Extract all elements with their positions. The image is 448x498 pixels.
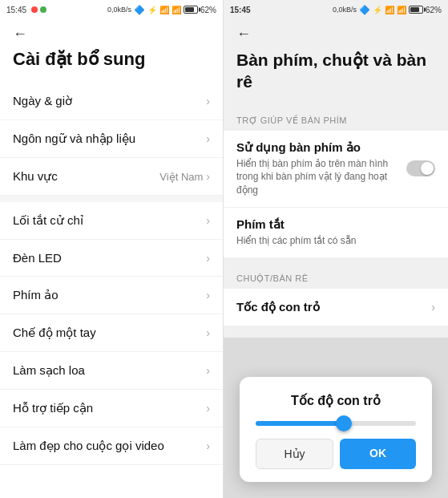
chevron-right-icon: › — [206, 439, 210, 452]
chevron-right-icon: › — [206, 402, 210, 415]
menu-item-9[interactable]: Làm đẹp cho cuộc gọi video › — [0, 427, 223, 465]
toggle-knob — [421, 162, 434, 175]
menu-item-5[interactable]: Phím ảo › — [0, 277, 223, 314]
chevron-right-icon: › — [206, 326, 210, 339]
chevron-right-icon: › — [431, 301, 435, 314]
chevron-right-icon: › — [206, 252, 210, 265]
menu-divider — [0, 196, 223, 202]
mouse-section-block: CHUỘT/BÀN RÊ Tốc độ con trỏ › — [224, 264, 448, 326]
menu-item-2[interactable]: Khu vực Việt Nam › — [0, 158, 223, 196]
cursor-speed-item[interactable]: Tốc độ con trỏ › — [224, 289, 448, 326]
menu-item-4[interactable]: Đèn LED › — [0, 240, 223, 277]
left-menu-list: Ngày & giờ › Ngôn ngữ và nhập liệu › Khu… — [0, 83, 223, 498]
right-status-time: 15:45 — [230, 6, 251, 14]
chevron-right-icon: › — [206, 289, 210, 302]
chevron-right-icon: › — [206, 95, 210, 107]
menu-item-7[interactable]: Làm sạch loa › — [0, 352, 223, 390]
left-panel: 15:45 0,0kB/s 🔷 ⚡ 📶 📶 62% ← Cài đặt bổ s… — [0, 0, 224, 498]
menu-item-8[interactable]: Hỗ trợ tiếp cận › — [0, 390, 223, 427]
right-battery-icon — [409, 6, 423, 14]
dialog-title: Tốc độ con trỏ — [256, 393, 416, 408]
keyboard-item-0[interactable]: Sử dụng bàn phím ảo Hiển thị bàn phím ảo… — [224, 131, 448, 207]
right-back-bar: ← — [224, 19, 448, 46]
right-panel: 15:45 0,0kB/s 🔷 ⚡ 📶 📶 62% ← Bàn phím, ch… — [224, 0, 448, 498]
left-back-bar: ← — [0, 19, 223, 46]
left-back-button[interactable]: ← — [13, 26, 27, 42]
keyboard-section-block: TRỢ GIÚP VỀ BÀN PHÍM Sử dụng bàn phím ảo… — [224, 106, 448, 257]
dialog-buttons: Hủy OK — [256, 439, 416, 469]
notification-dot2 — [40, 6, 46, 13]
slider-track — [256, 421, 416, 426]
dialog-overlay: Tốc độ con trỏ Hủy OK — [224, 338, 448, 498]
left-battery-icon — [184, 6, 198, 14]
chevron-right-icon: › — [206, 170, 210, 183]
slider-fill — [256, 421, 344, 426]
menu-item-0[interactable]: Ngày & giờ › — [0, 83, 223, 120]
virtual-keyboard-toggle[interactable] — [406, 160, 435, 176]
cursor-speed-dialog: Tốc độ con trỏ Hủy OK — [240, 377, 432, 482]
left-status-right: 0,0kB/s 🔷 ⚡ 📶 📶 62% — [107, 5, 216, 15]
notification-dot — [31, 6, 38, 13]
right-status-right: 0,0kB/s 🔷 ⚡ 📶 📶 62% — [333, 5, 442, 15]
left-status-bar: 15:45 0,0kB/s 🔷 ⚡ 📶 📶 62% — [0, 0, 223, 19]
menu-item-3[interactable]: Lối tắt cử chỉ › — [0, 202, 223, 240]
ok-button[interactable]: OK — [340, 439, 416, 469]
right-page-title: Bàn phím, chuột và bàn rê — [224, 46, 448, 106]
chevron-right-icon: › — [206, 132, 210, 145]
left-page-title: Cài đặt bổ sung — [0, 46, 223, 83]
chevron-right-icon: › — [206, 364, 210, 377]
keyboard-section-header: TRỢ GIÚP VỀ BÀN PHÍM — [224, 106, 448, 131]
slider-thumb[interactable] — [336, 415, 352, 431]
menu-item-6[interactable]: Chế độ một tay › — [0, 314, 223, 352]
right-back-button[interactable]: ← — [236, 26, 251, 42]
keyboard-item-1[interactable]: Phím tắt Hiển thị các phím tắt có sẵn — [224, 208, 448, 257]
right-status-bar: 15:45 0,0kB/s 🔷 ⚡ 📶 📶 62% — [224, 0, 448, 19]
chevron-right-icon: › — [206, 214, 210, 227]
left-status-time: 15:45 — [6, 6, 46, 14]
cancel-button[interactable]: Hủy — [256, 439, 333, 469]
mouse-section-header: CHUỘT/BÀN RÊ — [224, 264, 448, 289]
speed-slider-container[interactable] — [256, 421, 416, 426]
menu-item-1[interactable]: Ngôn ngữ và nhập liệu › — [0, 120, 223, 158]
